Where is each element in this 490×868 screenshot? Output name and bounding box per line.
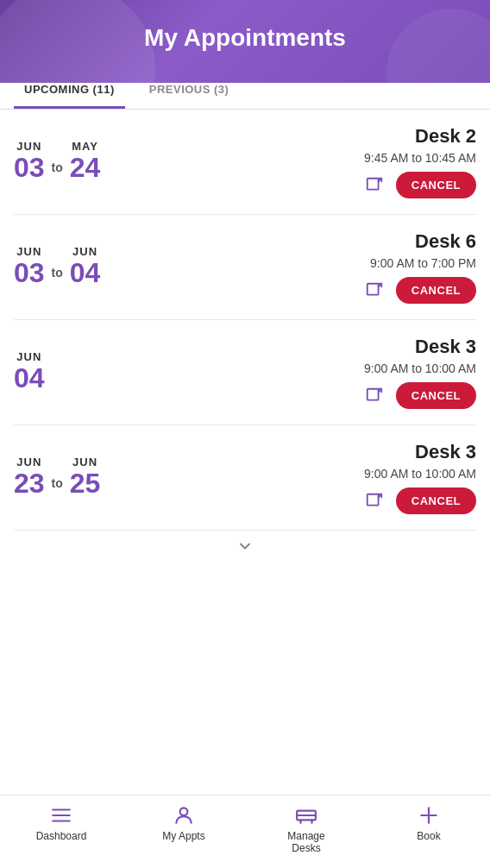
end-month: JUN [72,456,97,469]
start-day: 03 [14,153,45,183]
person-icon [173,804,195,827]
external-link-icon[interactable] [361,489,387,513]
end-month: JUN [72,245,97,258]
start-day: 23 [14,469,45,499]
header: My Appointments [0,0,490,83]
dashboard-icon [50,804,72,827]
nav-item-my-appts[interactable]: My Appts [158,804,210,854]
end-date: JUN 25 [70,456,101,499]
date-section: JUN 23 to JUN 25 [14,456,135,499]
start-date: JUN 04 [14,350,45,393]
desk-name: Desk 3 [415,441,476,463]
to-label: to [52,150,63,174]
appointment-card: JUN 03 to JUN 04 Desk 6 9:00 AM to 7:00 … [14,215,476,320]
to-label: to [52,255,63,280]
booking-details: Desk 3 9:00 AM to 10:00 AM CANCEL [135,336,476,409]
time-range: 9:00 AM to 10:00 AM [364,467,476,481]
nav-item-dashboard[interactable]: Dashboard [35,804,87,854]
action-row: CANCEL [361,277,476,304]
desk-name: Desk 2 [415,125,476,148]
start-day: 03 [14,258,45,288]
time-range: 9:00 AM to 10:00 AM [364,362,476,375]
date-section: JUN 03 to MAY 24 [14,140,135,183]
appointment-card: JUN 04 Desk 3 9:00 AM to 10:00 AM CANCE [14,320,476,425]
external-link-icon[interactable] [361,173,387,198]
external-link-icon[interactable] [361,279,387,303]
plus-icon [418,804,440,827]
nav-label-manage-desks: ManageDesks [287,830,324,854]
svg-rect-1 [368,283,379,294]
nav-label-my-appts: My Appts [162,830,204,842]
to-label: to [52,466,63,490]
nav-label-dashboard: Dashboard [36,830,87,842]
expand-arrow[interactable] [14,531,476,558]
start-month: JUN [16,140,41,153]
end-date: JUN 04 [70,245,101,288]
end-month: MAY [72,140,98,153]
time-range: 9:00 AM to 7:00 PM [370,256,476,270]
bottom-nav: Dashboard My Appts ManageDesks Book [0,795,490,868]
cancel-button[interactable]: CANCEL [396,277,476,304]
cancel-button[interactable]: CANCEL [396,382,476,409]
end-day: 04 [70,258,101,288]
page-title: My Appointments [17,24,473,52]
appointment-card: JUN 03 to MAY 24 Desk 2 9:45 AM to 10:45… [14,110,476,215]
date-section: JUN 04 [14,350,135,393]
start-date: JUN 03 [14,140,45,183]
start-month: JUN [16,350,41,363]
svg-point-7 [180,808,188,815]
nav-item-book[interactable]: Book [403,804,455,854]
booking-details: Desk 3 9:00 AM to 10:00 AM CANCEL [135,441,476,514]
main-card: UPCOMING (11) PREVIOUS (3) JUN 03 to MAY… [0,69,490,795]
booking-details: Desk 6 9:00 AM to 7:00 PM CANCEL [135,230,476,304]
end-day: 24 [70,153,101,183]
svg-rect-3 [368,494,379,505]
external-link-icon[interactable] [361,384,387,408]
action-row: CANCEL [361,382,476,409]
desk-icon [295,804,317,827]
date-section: JUN 03 to JUN 04 [14,245,135,288]
booking-details: Desk 2 9:45 AM to 10:45 AM CANCEL [135,125,476,198]
end-date: MAY 24 [70,140,101,183]
svg-rect-0 [368,178,379,189]
start-month: JUN [16,245,41,258]
cancel-button[interactable]: CANCEL [396,487,476,514]
appointment-card: JUN 23 to JUN 25 Desk 3 9:00 AM to 10:00… [14,425,476,531]
time-range: 9:45 AM to 10:45 AM [364,151,476,165]
start-date: JUN 03 [14,245,45,288]
nav-label-book: Book [417,830,440,842]
start-day: 04 [14,363,45,393]
desk-name: Desk 6 [415,230,476,253]
start-month: JUN [16,456,41,469]
desk-name: Desk 3 [415,336,476,358]
cancel-button[interactable]: CANCEL [396,172,476,198]
action-row: CANCEL [361,172,476,198]
svg-rect-2 [368,388,379,399]
end-day: 25 [70,469,101,499]
nav-item-manage-desks[interactable]: ManageDesks [280,804,332,854]
appointments-list: JUN 03 to MAY 24 Desk 2 9:45 AM to 10:45… [0,110,490,795]
start-date: JUN 23 [14,456,45,499]
action-row: CANCEL [361,487,476,514]
